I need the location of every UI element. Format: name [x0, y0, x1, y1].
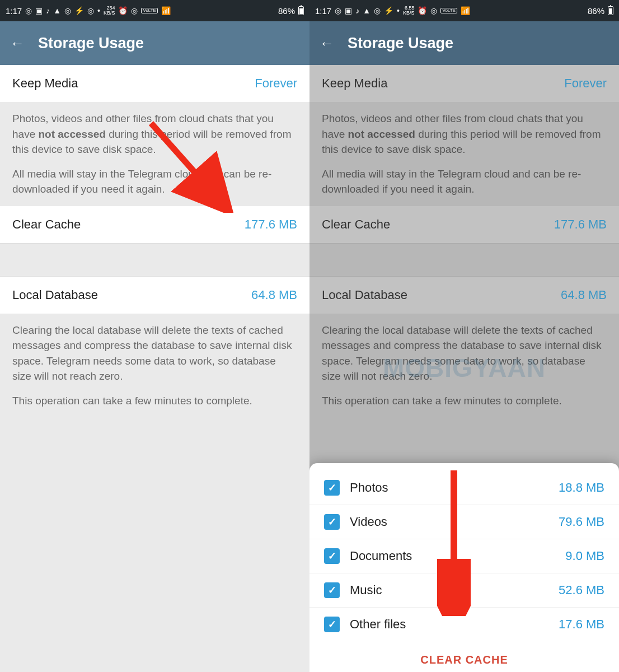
battery-pct: 86%	[588, 6, 604, 16]
checkbox-icon[interactable]: ✓	[324, 480, 340, 496]
checkbox-icon[interactable]: ✓	[324, 582, 340, 598]
info-bold: not accessed	[38, 128, 105, 140]
local-db-info: Clearing the local database will delete …	[0, 314, 310, 418]
tree-icon: ▲	[363, 7, 371, 15]
checkbox-icon[interactable]: ✓	[324, 514, 340, 530]
signal-icon: 📶	[461, 7, 470, 15]
net-unit: KB/S	[104, 11, 115, 16]
dlg-item-other[interactable]: ✓ Other files 17.6 MB	[310, 608, 619, 641]
status-time: 1:17	[6, 6, 22, 16]
section-gap	[310, 243, 619, 277]
notification-icon: ▣	[35, 7, 43, 15]
hotspot-icon: ◎	[131, 7, 138, 15]
dlg-label: Other files	[350, 617, 406, 632]
row-keep-media[interactable]: Keep Media Forever	[310, 65, 619, 102]
dlg-label: Videos	[350, 515, 387, 529]
keep-media-info: Photos, videos and other files from clou…	[0, 102, 310, 206]
local-db-value: 64.8 MB	[561, 288, 607, 302]
instagram-icon-2: ◎	[64, 7, 71, 15]
dlg-value: 79.6 MB	[559, 515, 604, 529]
dlg-value: 18.8 MB	[559, 480, 604, 495]
clear-cache-label: Clear Cache	[12, 217, 81, 232]
alarm-icon: ⏰	[418, 7, 427, 15]
alarm-icon: ⏰	[118, 7, 128, 15]
dlg-item-photos[interactable]: ✓ Photos 18.8 MB	[310, 471, 619, 505]
status-time: 1:17	[315, 6, 331, 16]
clear-cache-button[interactable]: CLEAR CACHE	[310, 641, 619, 672]
clear-cache-value: 177.6 MB	[554, 217, 607, 232]
net-unit: KB/S	[403, 11, 415, 16]
status-bar: 1:17 ◎ ▣ ♪ ▲ ◎ ⚡ • 6.55 KB/S ⏰ ◎ VoLTE 📶…	[310, 0, 619, 21]
keep-media-value: Forever	[564, 76, 607, 91]
charging-icon: ⚡	[74, 7, 84, 15]
info-bold: not accessed	[348, 128, 415, 140]
dlg-label: Documents	[350, 549, 412, 563]
local-db-value: 64.8 MB	[251, 288, 297, 302]
instagram-icon: ◎	[25, 7, 32, 15]
tiktok-icon: ♪	[355, 7, 359, 15]
dlg-item-documents[interactable]: ✓ Documents 9.0 MB	[310, 539, 619, 573]
clear-cache-value: 177.6 MB	[245, 217, 297, 232]
info-text: This operation can take a few minutes to…	[322, 393, 607, 409]
notification-icon: ▣	[345, 7, 352, 15]
keep-media-label: Keep Media	[12, 76, 78, 91]
screen-left: 1:17 ◎ ▣ ♪ ▲ ◎ ⚡ ◎ • 254 KB/S ⏰ ◎ VoLTE …	[0, 0, 310, 672]
row-local-db[interactable]: Local Database 64.8 MB	[310, 277, 619, 314]
tiktok-icon: ♪	[46, 7, 50, 15]
row-local-db[interactable]: Local Database 64.8 MB	[0, 277, 310, 314]
back-icon[interactable]: ←	[10, 35, 25, 52]
dot-icon: •	[397, 7, 400, 15]
clear-cache-label: Clear Cache	[322, 217, 390, 232]
dlg-label: Photos	[350, 480, 388, 495]
info-text: This operation can take a few minutes to…	[12, 393, 297, 409]
row-keep-media[interactable]: Keep Media Forever	[0, 65, 310, 102]
dlg-item-music[interactable]: ✓ Music 52.6 MB	[310, 573, 619, 608]
back-icon[interactable]: ←	[320, 35, 334, 52]
keep-media-value: Forever	[255, 76, 297, 91]
row-clear-cache[interactable]: Clear Cache 177.6 MB	[310, 206, 619, 243]
info-text: All media will stay in the Telegram clou…	[322, 166, 607, 197]
info-text: Clearing the local database will delete …	[12, 323, 297, 384]
info-text: All media will stay in the Telegram clou…	[12, 166, 297, 197]
page-title: Storage Usage	[348, 35, 453, 52]
instagram-icon-2: ◎	[374, 7, 381, 15]
battery-pct: 86%	[278, 6, 295, 16]
checkbox-icon[interactable]: ✓	[324, 617, 340, 632]
clear-cache-dialog: ✓ Photos 18.8 MB ✓ Videos 79.6 MB ✓ Docu…	[310, 463, 619, 672]
row-clear-cache[interactable]: Clear Cache 177.6 MB	[0, 206, 310, 243]
keep-media-info: Photos, videos and other files from clou…	[310, 102, 619, 206]
dot-icon: •	[97, 7, 100, 15]
signal-icon: 📶	[161, 7, 171, 15]
battery-icon	[298, 6, 304, 15]
volte-icon: VoLTE	[440, 8, 457, 13]
status-bar: 1:17 ◎ ▣ ♪ ▲ ◎ ⚡ ◎ • 254 KB/S ⏰ ◎ VoLTE …	[0, 0, 310, 21]
app-header: ← Storage Usage	[0, 21, 310, 65]
checkbox-icon[interactable]: ✓	[324, 548, 340, 564]
dlg-value: 17.6 MB	[559, 617, 604, 632]
battery-icon	[608, 6, 613, 15]
local-db-label: Local Database	[12, 288, 98, 302]
screen-right: 1:17 ◎ ▣ ♪ ▲ ◎ ⚡ • 6.55 KB/S ⏰ ◎ VoLTE 📶…	[310, 0, 619, 672]
keep-media-label: Keep Media	[322, 76, 387, 91]
info-text: Clearing the local database will delete …	[322, 323, 607, 384]
dlg-value: 52.6 MB	[559, 583, 604, 598]
dlg-value: 9.0 MB	[565, 549, 604, 563]
dlg-item-videos[interactable]: ✓ Videos 79.6 MB	[310, 505, 619, 539]
hotspot-icon: ◎	[430, 7, 437, 15]
instagram-icon-3: ◎	[87, 7, 94, 15]
page-title: Storage Usage	[38, 35, 144, 52]
local-db-info: Clearing the local database will delete …	[310, 314, 619, 418]
tree-icon: ▲	[53, 7, 61, 15]
local-db-label: Local Database	[322, 288, 407, 302]
dlg-label: Music	[350, 583, 382, 598]
section-gap	[0, 243, 310, 277]
charging-icon: ⚡	[384, 7, 393, 15]
app-header: ← Storage Usage	[310, 21, 619, 65]
instagram-icon: ◎	[335, 7, 341, 15]
volte-icon: VoLTE	[141, 8, 157, 13]
